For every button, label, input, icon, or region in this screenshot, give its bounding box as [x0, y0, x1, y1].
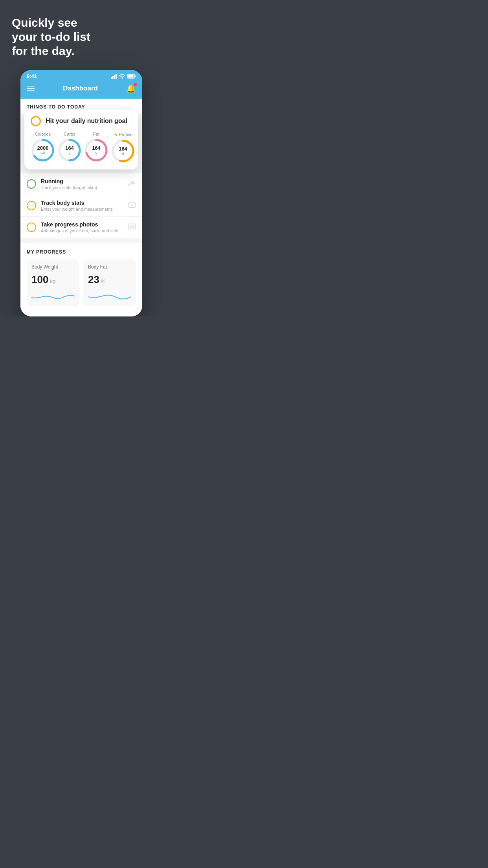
- svg-rect-3: [116, 74, 117, 79]
- svg-point-22: [134, 224, 134, 225]
- nutrition-calories: Calories 2000 cal: [31, 132, 55, 163]
- progress-card-weight: Body Weight 100 kg: [27, 259, 79, 306]
- svg-rect-17: [129, 202, 136, 207]
- svg-rect-7: [135, 75, 136, 77]
- task-circle-photos: [27, 223, 36, 232]
- card-check-circle[interactable]: [31, 116, 41, 126]
- fat-value: 164: [92, 145, 101, 151]
- fat-card-title: Body Fat: [88, 264, 131, 270]
- protein-label: ★Protein: [114, 132, 133, 137]
- carbs-value: 164: [65, 145, 74, 151]
- progress-section: MY PROGRESS Body Weight 100 kg: [20, 243, 142, 313]
- task-list: Running Track your stats (target: 5km): [20, 173, 142, 238]
- calories-label: Calories: [35, 132, 51, 136]
- task-sub-running: Track your stats (target: 5km): [41, 185, 123, 190]
- status-icons: [111, 74, 136, 79]
- headline-text: Quickly seeyour to-do listfor the day.: [12, 16, 151, 58]
- protein-unit: g: [119, 152, 127, 156]
- task-item-running[interactable]: Running Track your stats (target: 5km): [20, 173, 142, 195]
- progress-card-fat: Body Fat 23 %: [83, 259, 136, 306]
- nutrition-protein: ★Protein 164 g: [111, 132, 135, 163]
- progress-cards: Body Weight 100 kg Body Fat: [27, 259, 136, 306]
- status-bar: 9:41: [20, 70, 142, 81]
- fat-unit: g: [92, 151, 101, 155]
- task-circle-body-stats: [27, 201, 36, 210]
- svg-rect-20: [129, 224, 136, 229]
- nutrition-fat: Fat 164 g: [84, 132, 108, 163]
- svg-point-21: [131, 225, 134, 228]
- calories-unit: cal: [37, 151, 49, 155]
- notification-bell[interactable]: 🔔: [126, 84, 136, 93]
- phone-body: THINGS TO DO TODAY Hit your daily nutrit…: [20, 99, 142, 316]
- svg-rect-6: [128, 75, 134, 77]
- task-content-body-stats: Track body stats Enter your weight and m…: [41, 200, 123, 211]
- weight-chart: [31, 290, 75, 302]
- svg-rect-2: [114, 75, 115, 79]
- things-title: THINGS TO DO TODAY: [27, 104, 136, 110]
- app-header: Dashboard 🔔: [20, 81, 142, 99]
- task-sub-photos: Add images of your front, back, and side: [41, 228, 123, 233]
- fat-label: Fat: [93, 132, 99, 136]
- running-icon: [127, 180, 136, 189]
- bottom-spacer: [20, 313, 142, 316]
- signal-icon: [111, 74, 117, 79]
- weight-value: 100 kg: [31, 274, 75, 286]
- calories-ring: 2000 cal: [31, 138, 55, 162]
- fat-ring: 164 g: [84, 138, 108, 162]
- featured-card: Hit your daily nutrition goal Calories: [24, 110, 138, 169]
- fat-value: 23 %: [88, 274, 131, 286]
- task-name-running: Running: [41, 178, 123, 184]
- task-circle-running: [27, 179, 36, 189]
- protein-ring: 164 g: [111, 139, 135, 163]
- wifi-icon: [119, 74, 125, 79]
- carbs-unit: g: [65, 151, 74, 155]
- nutrition-grid: Calories 2000 cal: [31, 132, 132, 163]
- svg-rect-0: [111, 77, 112, 79]
- phone-frame: 9:41: [20, 70, 142, 316]
- protein-value: 164: [119, 146, 127, 152]
- task-content-running: Running Track your stats (target: 5km): [41, 178, 123, 190]
- weight-card-title: Body Weight: [31, 264, 75, 270]
- task-item-body-stats[interactable]: Track body stats Enter your weight and m…: [20, 195, 142, 217]
- notification-dot: [134, 83, 137, 86]
- battery-icon: [127, 74, 136, 79]
- fat-unit: %: [101, 278, 106, 284]
- nutrition-carbs: Carbs 164 g: [57, 132, 82, 163]
- svg-point-4: [121, 77, 123, 78]
- carbs-ring: 164 g: [57, 138, 82, 162]
- task-name-photos: Take progress photos: [41, 221, 123, 228]
- star-icon: ★: [114, 132, 118, 137]
- card-title-row: Hit your daily nutrition goal: [31, 116, 132, 126]
- task-item-photos[interactable]: Take progress photos Add images of your …: [20, 217, 142, 238]
- weight-unit: kg: [50, 278, 55, 284]
- svg-point-16: [132, 180, 133, 182]
- task-content-photos: Take progress photos Add images of your …: [41, 221, 123, 233]
- card-title: Hit your daily nutrition goal: [46, 118, 127, 125]
- fat-number: 23: [88, 274, 99, 286]
- task-name-body-stats: Track body stats: [41, 200, 123, 206]
- svg-rect-1: [112, 76, 114, 79]
- scale-icon: [128, 201, 136, 211]
- header-title: Dashboard: [63, 85, 98, 92]
- status-time: 9:41: [27, 73, 37, 79]
- progress-title: MY PROGRESS: [27, 249, 136, 255]
- weight-number: 100: [31, 274, 48, 286]
- hamburger-menu[interactable]: [27, 86, 35, 91]
- task-sub-body-stats: Enter your weight and measurements: [41, 207, 123, 211]
- calories-value: 2000: [37, 145, 49, 151]
- background-page: Quickly seeyour to-do listfor the day. 9…: [0, 0, 163, 316]
- fat-chart: [88, 290, 131, 302]
- photo-icon: [128, 223, 136, 232]
- carbs-label: Carbs: [64, 132, 75, 136]
